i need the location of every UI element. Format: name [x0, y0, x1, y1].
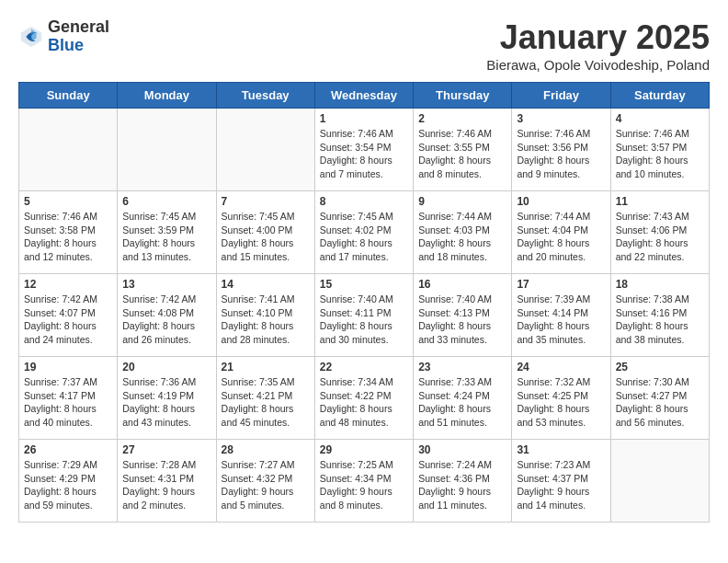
- day-info: Sunrise: 7:42 AM Sunset: 4:08 PM Dayligh…: [122, 293, 210, 347]
- day-cell-16: 16Sunrise: 7:40 AM Sunset: 4:13 PM Dayli…: [414, 274, 512, 357]
- weekday-header-saturday: Saturday: [610, 83, 709, 109]
- day-cell-22: 22Sunrise: 7:34 AM Sunset: 4:22 PM Dayli…: [314, 357, 413, 440]
- day-number: 1: [320, 112, 408, 125]
- day-info: Sunrise: 7:27 AM Sunset: 4:32 PM Dayligh…: [222, 458, 310, 512]
- day-cell-21: 21Sunrise: 7:35 AM Sunset: 4:21 PM Dayli…: [216, 357, 314, 440]
- day-cell-29: 29Sunrise: 7:25 AM Sunset: 4:34 PM Dayli…: [314, 440, 413, 523]
- day-info: Sunrise: 7:46 AM Sunset: 3:55 PM Dayligh…: [418, 127, 506, 181]
- day-cell-7: 7Sunrise: 7:45 AM Sunset: 4:00 PM Daylig…: [216, 191, 314, 274]
- day-info: Sunrise: 7:24 AM Sunset: 4:36 PM Dayligh…: [418, 458, 506, 512]
- weekday-header-thursday: Thursday: [414, 83, 512, 109]
- day-cell-11: 11Sunrise: 7:43 AM Sunset: 4:06 PM Dayli…: [610, 191, 709, 274]
- day-cell-5: 5Sunrise: 7:46 AM Sunset: 3:58 PM Daylig…: [19, 191, 118, 274]
- day-number: 6: [122, 195, 210, 208]
- day-info: Sunrise: 7:33 AM Sunset: 4:24 PM Dayligh…: [418, 375, 506, 430]
- day-cell-empty: [118, 109, 216, 191]
- day-info: Sunrise: 7:23 AM Sunset: 4:37 PM Dayligh…: [517, 458, 605, 512]
- day-cell-19: 19Sunrise: 7:37 AM Sunset: 4:17 PM Dayli…: [19, 357, 118, 440]
- logo-icon: [18, 24, 44, 50]
- page-header: General Blue January 2025 Bierawa, Opole…: [18, 18, 710, 73]
- day-cell-23: 23Sunrise: 7:33 AM Sunset: 4:24 PM Dayli…: [414, 357, 512, 440]
- day-cell-31: 31Sunrise: 7:23 AM Sunset: 4:37 PM Dayli…: [512, 440, 610, 523]
- day-cell-2: 2Sunrise: 7:46 AM Sunset: 3:55 PM Daylig…: [414, 109, 512, 191]
- weekday-header-monday: Monday: [118, 83, 216, 109]
- day-cell-13: 13Sunrise: 7:42 AM Sunset: 4:08 PM Dayli…: [118, 274, 216, 357]
- day-number: 17: [517, 278, 605, 291]
- day-number: 28: [222, 443, 310, 456]
- day-cell-15: 15Sunrise: 7:40 AM Sunset: 4:11 PM Dayli…: [314, 274, 413, 357]
- day-cell-30: 30Sunrise: 7:24 AM Sunset: 4:36 PM Dayli…: [414, 440, 512, 523]
- day-number: 2: [418, 112, 506, 125]
- day-info: Sunrise: 7:35 AM Sunset: 4:21 PM Dayligh…: [222, 375, 310, 430]
- day-info: Sunrise: 7:41 AM Sunset: 4:10 PM Dayligh…: [222, 293, 310, 347]
- day-cell-20: 20Sunrise: 7:36 AM Sunset: 4:19 PM Dayli…: [118, 357, 216, 440]
- day-info: Sunrise: 7:46 AM Sunset: 3:58 PM Dayligh…: [24, 210, 112, 264]
- day-info: Sunrise: 7:38 AM Sunset: 4:16 PM Dayligh…: [616, 293, 704, 347]
- day-number: 26: [24, 443, 112, 456]
- day-number: 22: [320, 361, 408, 373]
- day-cell-10: 10Sunrise: 7:44 AM Sunset: 4:04 PM Dayli…: [512, 191, 610, 274]
- day-number: 24: [517, 361, 605, 373]
- day-number: 11: [616, 195, 704, 208]
- day-cell-6: 6Sunrise: 7:45 AM Sunset: 3:59 PM Daylig…: [118, 191, 216, 274]
- day-cell-14: 14Sunrise: 7:41 AM Sunset: 4:10 PM Dayli…: [216, 274, 314, 357]
- day-number: 19: [24, 361, 112, 373]
- day-number: 9: [418, 195, 506, 208]
- day-number: 20: [122, 361, 210, 373]
- title-block: January 2025 Bierawa, Opole Voivodeship,…: [486, 18, 710, 73]
- day-cell-1: 1Sunrise: 7:46 AM Sunset: 3:54 PM Daylig…: [314, 109, 413, 191]
- day-info: Sunrise: 7:46 AM Sunset: 3:56 PM Dayligh…: [517, 127, 605, 181]
- day-info: Sunrise: 7:25 AM Sunset: 4:34 PM Dayligh…: [320, 458, 408, 512]
- week-row-3: 12Sunrise: 7:42 AM Sunset: 4:07 PM Dayli…: [19, 274, 710, 357]
- day-number: 4: [616, 112, 704, 125]
- week-row-5: 26Sunrise: 7:29 AM Sunset: 4:29 PM Dayli…: [19, 440, 710, 523]
- day-number: 5: [24, 195, 112, 208]
- day-cell-12: 12Sunrise: 7:42 AM Sunset: 4:07 PM Dayli…: [19, 274, 118, 357]
- day-info: Sunrise: 7:44 AM Sunset: 4:03 PM Dayligh…: [418, 210, 506, 264]
- day-number: 21: [222, 361, 310, 373]
- day-number: 10: [517, 195, 605, 208]
- weekday-header-friday: Friday: [512, 83, 610, 109]
- day-info: Sunrise: 7:45 AM Sunset: 3:59 PM Dayligh…: [122, 210, 210, 264]
- day-info: Sunrise: 7:29 AM Sunset: 4:29 PM Dayligh…: [24, 458, 112, 512]
- day-number: 29: [320, 443, 408, 456]
- day-cell-28: 28Sunrise: 7:27 AM Sunset: 4:32 PM Dayli…: [216, 440, 314, 523]
- day-info: Sunrise: 7:45 AM Sunset: 4:02 PM Dayligh…: [320, 210, 408, 264]
- day-cell-empty: [610, 440, 709, 523]
- day-cell-17: 17Sunrise: 7:39 AM Sunset: 4:14 PM Dayli…: [512, 274, 610, 357]
- week-row-2: 5Sunrise: 7:46 AM Sunset: 3:58 PM Daylig…: [19, 191, 710, 274]
- day-number: 25: [616, 361, 704, 373]
- day-cell-26: 26Sunrise: 7:29 AM Sunset: 4:29 PM Dayli…: [19, 440, 118, 523]
- logo: General Blue: [18, 18, 109, 55]
- day-number: 15: [320, 278, 408, 291]
- day-info: Sunrise: 7:28 AM Sunset: 4:31 PM Dayligh…: [122, 458, 210, 512]
- day-info: Sunrise: 7:40 AM Sunset: 4:13 PM Dayligh…: [418, 293, 506, 347]
- day-info: Sunrise: 7:30 AM Sunset: 4:27 PM Dayligh…: [616, 375, 704, 430]
- day-number: 18: [616, 278, 704, 291]
- day-cell-24: 24Sunrise: 7:32 AM Sunset: 4:25 PM Dayli…: [512, 357, 610, 440]
- weekday-header-row: SundayMondayTuesdayWednesdayThursdayFrid…: [19, 83, 710, 109]
- day-cell-empty: [216, 109, 314, 191]
- day-number: 27: [122, 443, 210, 456]
- day-cell-8: 8Sunrise: 7:45 AM Sunset: 4:02 PM Daylig…: [314, 191, 413, 274]
- day-info: Sunrise: 7:39 AM Sunset: 4:14 PM Dayligh…: [517, 293, 605, 347]
- day-cell-4: 4Sunrise: 7:46 AM Sunset: 3:57 PM Daylig…: [610, 109, 709, 191]
- day-number: 23: [418, 361, 506, 373]
- day-number: 8: [320, 195, 408, 208]
- day-cell-27: 27Sunrise: 7:28 AM Sunset: 4:31 PM Dayli…: [118, 440, 216, 523]
- day-info: Sunrise: 7:37 AM Sunset: 4:17 PM Dayligh…: [24, 375, 112, 430]
- day-cell-18: 18Sunrise: 7:38 AM Sunset: 4:16 PM Dayli…: [610, 274, 709, 357]
- day-number: 3: [517, 112, 605, 125]
- day-info: Sunrise: 7:42 AM Sunset: 4:07 PM Dayligh…: [24, 293, 112, 347]
- day-info: Sunrise: 7:32 AM Sunset: 4:25 PM Dayligh…: [517, 375, 605, 430]
- day-info: Sunrise: 7:34 AM Sunset: 4:22 PM Dayligh…: [320, 375, 408, 430]
- day-info: Sunrise: 7:45 AM Sunset: 4:00 PM Dayligh…: [222, 210, 310, 264]
- week-row-1: 1Sunrise: 7:46 AM Sunset: 3:54 PM Daylig…: [19, 109, 710, 191]
- day-number: 30: [418, 443, 506, 456]
- day-number: 14: [222, 278, 310, 291]
- weekday-header-sunday: Sunday: [19, 83, 118, 109]
- weekday-header-tuesday: Tuesday: [216, 83, 314, 109]
- day-number: 16: [418, 278, 506, 291]
- logo-text: General Blue: [48, 18, 109, 55]
- day-cell-25: 25Sunrise: 7:30 AM Sunset: 4:27 PM Dayli…: [610, 357, 709, 440]
